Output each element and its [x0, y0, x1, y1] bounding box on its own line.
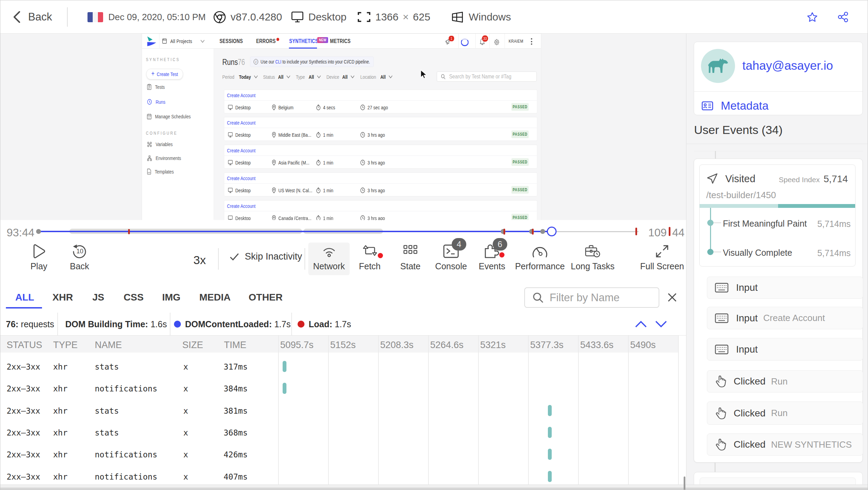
metadata-button[interactable]: Metadata	[702, 99, 769, 112]
cli-link[interactable]: CLI	[275, 59, 281, 65]
announcements-button[interactable]: 1	[445, 38, 452, 45]
replay-tab-sessions[interactable]: SESSIONS	[219, 34, 243, 49]
timeline-event-marker[interactable]	[635, 228, 637, 235]
network-toggle-button[interactable]: Network	[308, 244, 350, 278]
event-item-click[interactable]: Clicked NEW SYNTHETICS	[707, 433, 863, 456]
event-connector	[715, 463, 716, 472]
network-request-row[interactable]: 2xx–3xx xhr stats x 317ms	[0, 356, 678, 378]
network-label: Network	[313, 261, 345, 271]
event-item-input[interactable]: Input	[707, 338, 863, 361]
run-name-link[interactable]: Create Account	[227, 175, 256, 181]
back-10s-button[interactable]: 10 Back	[64, 244, 95, 278]
replay-search-input[interactable]: Search by Test Name or #Tag	[437, 71, 537, 82]
user-menu[interactable]: KRAIEM	[509, 34, 523, 49]
run-card[interactable]: Create Account Desktop Canada (Centra...…	[224, 201, 537, 220]
run-status-badge: PASSED	[511, 158, 529, 166]
replayed-page: All Projects SESSIONS ERRORS SYNTHETICS …	[142, 34, 541, 220]
run-name-link[interactable]: Create Account	[227, 92, 256, 98]
performance-toggle-button[interactable]: Performance	[517, 244, 562, 278]
jump-next-icon[interactable]	[655, 320, 667, 328]
resolution-width: 1366	[375, 11, 399, 23]
visited-event-card[interactable]: Visited Speed Index 5,714 /test-builder/…	[699, 164, 856, 267]
state-toggle-button[interactable]: State	[393, 244, 428, 278]
skip-inactivity-toggle[interactable]: Skip Inactivity	[229, 251, 302, 262]
sidebar-item-runs[interactable]: Runs	[147, 99, 166, 105]
run-name-link[interactable]: Create Account	[227, 147, 256, 153]
filter-device-value[interactable]: All	[342, 72, 355, 81]
timeline-event-marker[interactable]	[503, 229, 505, 235]
timeline-progress[interactable]	[37, 231, 552, 232]
filter-type-value[interactable]: All	[309, 72, 321, 81]
environments-label: Environments	[156, 155, 181, 161]
fetch-toggle-button[interactable]: Fetch	[352, 244, 387, 278]
filter-status-value[interactable]: All	[278, 72, 291, 81]
console-toggle-button[interactable]: 4 Console	[434, 244, 468, 278]
notifications-button[interactable]: 33	[479, 38, 486, 46]
create-test-button[interactable]: + Create Test	[146, 69, 183, 79]
horizontal-scrollbar-track[interactable]	[0, 484, 868, 488]
run-location-label: Middle East (Ba...	[278, 132, 311, 138]
full-screen-button[interactable]: Full Screen	[634, 244, 690, 278]
run-card[interactable]: Create Account Desktop Middle East (Ba..…	[224, 117, 537, 141]
network-tab-img[interactable]: IMG	[162, 292, 181, 303]
network-tab-all[interactable]: ALL	[15, 292, 34, 303]
user-email-link[interactable]: tahay@asayer.io	[742, 59, 833, 73]
timeline-remaining[interactable]	[552, 231, 639, 232]
jump-previous-icon[interactable]	[635, 320, 647, 328]
events-toggle-button[interactable]: 6 Events	[475, 244, 509, 278]
run-card[interactable]: Create Account Desktop US West (N. Cal..…	[224, 173, 537, 196]
sidebar-item-variables[interactable]: Variables	[147, 141, 173, 147]
speed-button[interactable]: 3x	[193, 253, 206, 267]
horizontal-scrollbar-thumb[interactable]	[0, 488, 868, 490]
network-tab-media[interactable]: MEDIA	[199, 292, 231, 303]
close-icon[interactable]	[667, 292, 677, 303]
timeline-playhead[interactable]	[547, 227, 557, 236]
event-item-input[interactable]: Input	[707, 277, 863, 299]
network-request-row[interactable]: 2xx–3xx xhr notifications x 384ms	[0, 378, 678, 399]
sidebar-item-environments[interactable]: Environments	[147, 155, 181, 161]
run-name-link[interactable]: Create Account	[227, 203, 256, 209]
favorite-button[interactable]	[807, 0, 818, 34]
network-tab-other[interactable]: OTHER	[249, 292, 283, 303]
kebab-menu-icon[interactable]	[531, 38, 532, 45]
sidebar-item-manage-schedules[interactable]: Manage Schedules	[147, 113, 191, 119]
settings-gear-icon[interactable]	[493, 39, 500, 46]
filter-period-value[interactable]: Today	[239, 72, 258, 81]
state-icon	[403, 245, 417, 257]
resolution-times: ×	[403, 11, 409, 23]
replay-tab-metrics[interactable]: METRICS	[330, 34, 351, 49]
chevron-down-icon	[286, 75, 291, 78]
network-request-row[interactable]: 2xx–3xx xhr stats x 381ms	[0, 400, 678, 422]
timeline-event-marker[interactable]	[128, 229, 130, 234]
network-tab-css[interactable]: CSS	[124, 292, 144, 303]
event-item-input[interactable]: Input Create Account	[707, 307, 863, 329]
timeline-event-marker[interactable]	[532, 229, 534, 235]
share-button[interactable]	[837, 0, 849, 34]
network-request-row[interactable]: 2xx–3xx xhr notifications x 426ms	[0, 443, 678, 465]
replay-tab-synthetics[interactable]: SYNTHETICS	[289, 34, 318, 49]
run-name-link[interactable]: Create Account	[227, 120, 256, 126]
event-item-click[interactable]: Clicked Run	[707, 402, 863, 425]
vertical-scrollbar-thumb[interactable]	[684, 476, 685, 490]
long-tasks-label: Long Tasks	[571, 261, 615, 271]
long-tasks-toggle-button[interactable]: Long Tasks	[565, 244, 620, 278]
run-card[interactable]: Create Account Desktop Belgium 4 secs 27…	[224, 90, 537, 113]
replay-project-selector[interactable]: All Projects	[162, 34, 205, 49]
run-status-badge: PASSED	[511, 186, 529, 194]
run-card-divider	[224, 128, 537, 128]
network-tab-xhr[interactable]: XHR	[52, 292, 73, 303]
replay-tab-errors[interactable]: ERRORS	[256, 34, 276, 49]
sidebar-item-templates[interactable]: Templates	[147, 169, 174, 175]
network-request-row[interactable]: 2xx–3xx xhr stats x 368ms	[0, 422, 678, 443]
load-value: 1.7s	[335, 319, 351, 329]
sidebar-divider	[686, 144, 868, 144]
run-card[interactable]: Create Account Desktop Asia Pacific (M..…	[224, 145, 537, 168]
network-tab-js[interactable]: JS	[92, 292, 104, 303]
network-filter-input[interactable]: Filter by Name	[524, 287, 659, 308]
sidebar-item-tests[interactable]: Tests	[147, 84, 165, 90]
col-size: SIZE	[182, 340, 203, 350]
event-item-click[interactable]: Clicked Run	[707, 370, 863, 392]
back-button[interactable]: Back	[11, 0, 52, 34]
filter-location-value[interactable]: All	[380, 72, 393, 81]
play-button[interactable]: Play	[23, 244, 55, 278]
